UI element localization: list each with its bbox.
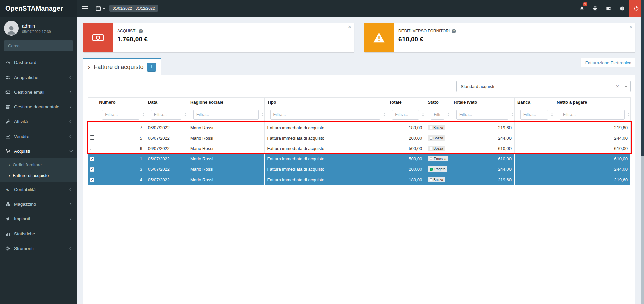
column-header[interactable]: Numero bbox=[96, 98, 145, 107]
sidebar-item-magazzino[interactable]: Magazzino bbox=[0, 197, 77, 211]
column-header[interactable]: Stato bbox=[425, 98, 450, 107]
row-checkbox-checked[interactable]: ✓ bbox=[90, 167, 94, 172]
sort-icon[interactable] bbox=[142, 113, 144, 116]
sidebar-item-gestione-documentale[interactable]: Gestione documentale bbox=[0, 99, 77, 114]
sort-icon[interactable] bbox=[383, 113, 385, 116]
search-input[interactable] bbox=[4, 40, 71, 51]
infobox-value: 610,00 € bbox=[398, 36, 456, 43]
sort-icon[interactable] bbox=[184, 113, 186, 116]
user-icon bbox=[6, 24, 17, 36]
sidebar-item-strumenti[interactable]: Strumenti bbox=[0, 241, 77, 256]
table-header-row: Numero Data Ragione sociale Tipo Totale … bbox=[88, 98, 631, 107]
filter-numero-input[interactable] bbox=[102, 110, 139, 120]
table-row[interactable]: 5 06/07/2022 Mario Rossi Fattura immedia… bbox=[88, 133, 631, 143]
filter-stato-input[interactable] bbox=[431, 110, 444, 120]
cell-data: 05/07/2022 bbox=[145, 154, 187, 164]
cell-numero: 4 bbox=[96, 174, 145, 185]
row-checkbox[interactable] bbox=[90, 146, 94, 150]
filter-data-input[interactable] bbox=[151, 110, 181, 120]
sort-icon[interactable] bbox=[512, 113, 514, 116]
infobox-label: ACQUISTI bbox=[117, 29, 137, 33]
sidebar-item-statistiche[interactable]: Statistiche bbox=[0, 226, 77, 241]
filter-tipo-input[interactable] bbox=[270, 110, 381, 120]
close-icon[interactable]: × bbox=[629, 24, 632, 30]
info-button[interactable] bbox=[615, 0, 629, 17]
user-name: admin bbox=[22, 23, 51, 29]
chevron-down-icon[interactable] bbox=[622, 81, 630, 92]
filter-totale-ivato-input[interactable] bbox=[456, 110, 508, 120]
row-checkbox[interactable] bbox=[90, 135, 94, 140]
app-logo[interactable]: OpenSTAManager bbox=[0, 0, 77, 17]
login-datetime: 05/07/2022 17:39 bbox=[22, 30, 51, 34]
fatturazione-elettronica-link[interactable]: Fatturazione Elettronica bbox=[585, 60, 631, 65]
sidebar-item-gestione-email[interactable]: Gestione email bbox=[0, 85, 77, 99]
row-checkbox-checked[interactable]: ✓ bbox=[90, 178, 94, 182]
select-all-header bbox=[88, 98, 96, 107]
add-invoice-button[interactable]: + bbox=[147, 63, 156, 72]
help-icon[interactable]: ? bbox=[452, 29, 456, 33]
sidebar-item-label: Dashboard bbox=[14, 60, 72, 65]
column-header[interactable]: Totale ivato bbox=[450, 98, 515, 107]
sort-icon[interactable] bbox=[628, 113, 630, 116]
cell-totale-ivato: 610,00 bbox=[450, 143, 515, 154]
sidebar-item-fatture-di-acquisto[interactable]: › Fatture di acquisto bbox=[0, 170, 77, 181]
main-content: ACQUISTI ? 1.760,00 € × DEBITI VERSO FOR… bbox=[77, 17, 644, 304]
close-icon[interactable]: × bbox=[348, 24, 351, 30]
table-row[interactable]: 6 06/07/2022 Mario Rossi Fattura immedia… bbox=[88, 143, 631, 154]
sort-icon[interactable] bbox=[422, 113, 424, 116]
sidebar-item-impianti[interactable]: Impianti bbox=[0, 211, 77, 226]
hamburger-icon bbox=[82, 5, 88, 11]
view-select[interactable]: Standard acquisti × bbox=[456, 81, 631, 92]
sidebar-item-acquisti[interactable]: Acquisti bbox=[0, 144, 77, 158]
row-checkbox[interactable] bbox=[90, 125, 94, 129]
column-header[interactable]: Totale bbox=[386, 98, 425, 107]
sidebar-item-contabilita[interactable]: € Contabilità bbox=[0, 182, 77, 197]
period-picker-button[interactable] bbox=[93, 0, 108, 17]
help-icon[interactable]: ? bbox=[139, 29, 143, 33]
wallet-button[interactable] bbox=[602, 0, 615, 17]
sidebar-item-vendite[interactable]: Vendite bbox=[0, 129, 77, 144]
table-row-selected[interactable]: ✓ 3 05/07/2022 Mario Rossi Fattura immed… bbox=[88, 164, 631, 174]
column-header[interactable]: Data bbox=[145, 98, 187, 107]
scrollbar-thumb[interactable] bbox=[641, 0, 644, 156]
sidebar-item-dashboard[interactable]: Dashboard bbox=[0, 55, 77, 70]
filter-banca-input[interactable] bbox=[520, 110, 548, 120]
sidebar-item-attivita[interactable]: Attività bbox=[0, 114, 77, 129]
row-checkbox-checked[interactable]: ✓ bbox=[90, 157, 94, 161]
column-header[interactable]: Banca bbox=[514, 98, 554, 107]
filter-totale-input[interactable] bbox=[392, 110, 419, 120]
filter-netto-input[interactable] bbox=[560, 110, 625, 120]
cell-totale: 500,00 bbox=[386, 143, 425, 154]
avatar[interactable] bbox=[4, 21, 19, 36]
sort-icon[interactable] bbox=[262, 113, 264, 116]
cell-totale-ivato: 219,60 bbox=[450, 174, 515, 185]
column-header[interactable]: Ragione sociale bbox=[187, 98, 264, 107]
infobox-acquisti: ACQUISTI ? 1.760,00 € × bbox=[83, 23, 354, 52]
table-row-selected[interactable]: ✓ 4 05/07/2022 Mario Rossi Fattura immed… bbox=[88, 174, 631, 185]
search-button[interactable] bbox=[71, 40, 73, 51]
infobox-label: DEBITI VERSO FORNITORI bbox=[398, 29, 450, 33]
cell-banca bbox=[514, 174, 554, 185]
clear-select-icon[interactable]: × bbox=[613, 84, 622, 89]
column-header[interactable]: Tipo bbox=[264, 98, 386, 107]
print-button[interactable] bbox=[588, 0, 602, 17]
line-chart-icon bbox=[5, 134, 11, 139]
sort-icon[interactable] bbox=[551, 113, 553, 116]
cell-banca bbox=[514, 154, 554, 164]
cell-tipo: Fattura immediata di acquisto bbox=[264, 174, 386, 185]
notifications-button[interactable]: 1 bbox=[575, 0, 588, 17]
sidebar-item-ordini-fornitore[interactable]: › Ordini fornitore bbox=[0, 159, 77, 170]
filter-ragione-sociale-input[interactable] bbox=[193, 110, 259, 120]
column-header[interactable]: Netto a pagare bbox=[554, 98, 630, 107]
sidebar-toggle-button[interactable] bbox=[77, 0, 93, 17]
cell-totale: 200,00 bbox=[386, 164, 425, 174]
date-range-badge[interactable]: 01/01/2022 - 31/12/2022 bbox=[109, 5, 158, 12]
page-scrollbar[interactable] bbox=[641, 0, 644, 304]
table-row[interactable]: 7 06/07/2022 Mario Rossi Fattura immedia… bbox=[88, 122, 631, 133]
table-row-selected[interactable]: ✓ 1 05/07/2022 Mario Rossi Fattura immed… bbox=[88, 154, 631, 164]
sidebar-item-anagrafiche[interactable]: Anagrafiche bbox=[0, 70, 77, 85]
cell-tipo: Fattura immediata di acquisto bbox=[264, 143, 386, 154]
tab-fatture-di-acquisto[interactable]: › Fatture di acquisto + bbox=[83, 58, 161, 75]
bell-icon bbox=[579, 6, 584, 11]
sort-icon[interactable] bbox=[447, 113, 449, 116]
